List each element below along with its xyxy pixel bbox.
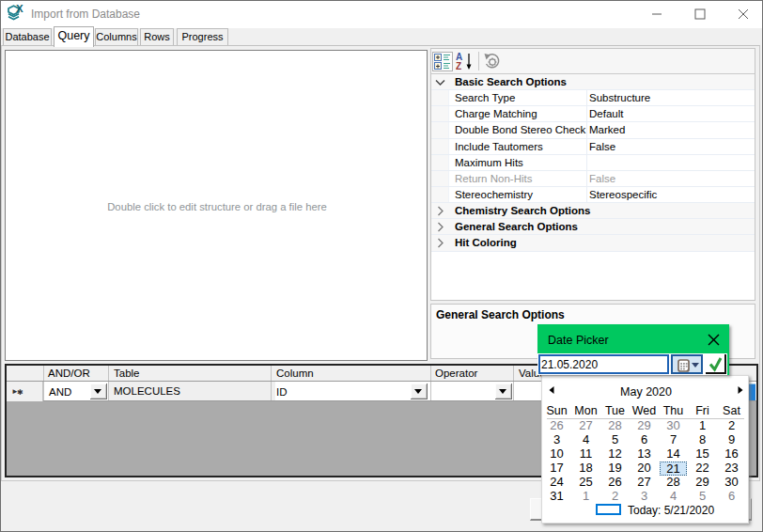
svg-text:Z: Z [456,61,461,71]
svg-text:X: X [16,3,23,14]
